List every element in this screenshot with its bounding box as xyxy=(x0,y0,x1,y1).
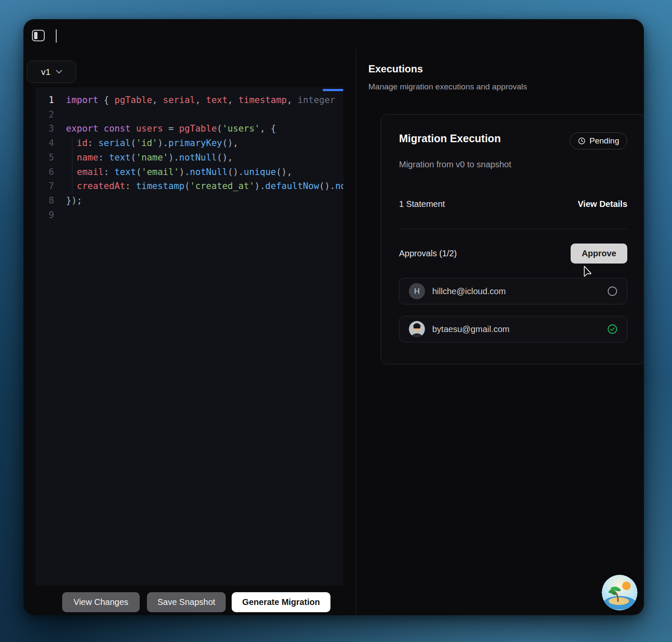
code-text: export const users = pgTable('users', { xyxy=(66,122,276,136)
approve-button[interactable]: Approve xyxy=(571,244,627,264)
app-window: v1 1import { pgTable, serial, text, time… xyxy=(23,19,644,615)
avatar-initial: H xyxy=(409,283,425,299)
approvals-label: Approvals (1/2) xyxy=(399,249,457,258)
code-lines: 1import { pgTable, serial, text, timesta… xyxy=(35,93,343,222)
avatar-photo xyxy=(409,321,425,337)
code-text: email: text('email').notNull().unique(), xyxy=(66,165,292,180)
code-line[interactable]: 4 id: serial('id').primaryKey(), xyxy=(35,136,343,151)
migration-execution-card: Migration Execution Pending Migration fr… xyxy=(381,114,644,364)
code-text: import { pgTable, serial, text, timestam… xyxy=(66,93,335,108)
code-text: createdAt: timestamp('created_at').defau… xyxy=(66,179,343,194)
approver-email: hillche@icloud.com xyxy=(432,287,600,296)
view-details-link[interactable]: View Details xyxy=(578,199,627,209)
clock-icon xyxy=(578,137,586,145)
chevron-down-icon xyxy=(56,70,62,74)
code-line[interactable]: 5 name: text('name').notNull(), xyxy=(35,151,343,165)
code-editor[interactable]: 1import { pgTable, serial, text, timesta… xyxy=(35,87,343,585)
code-text: id: serial('id').primaryKey(), xyxy=(66,136,238,151)
code-line[interactable]: 3export const users = pgTable('users', { xyxy=(35,122,343,136)
line-number: 8 xyxy=(35,194,54,208)
app-logo-icon[interactable] xyxy=(602,575,638,610)
line-number: 1 xyxy=(35,93,54,108)
line-number: 4 xyxy=(35,136,54,151)
line-number: 3 xyxy=(35,122,54,136)
badge-label: Pending xyxy=(589,136,619,146)
code-line[interactable]: 2 xyxy=(35,108,343,122)
approver-row[interactable]: bytaesu@gmail.com xyxy=(399,316,627,342)
version-dropdown[interactable]: v1 xyxy=(27,60,76,83)
approver-email: bytaesu@gmail.com xyxy=(432,324,600,334)
code-text: name: text('name').notNull(), xyxy=(66,151,233,165)
statement-count: 1 Statement xyxy=(399,199,445,209)
card-description: Migration from v0 to snapshot xyxy=(399,160,627,169)
card-title: Migration Execution xyxy=(399,132,501,145)
panel-title: Executions xyxy=(368,63,644,75)
pending-badge: Pending xyxy=(570,132,627,149)
code-line[interactable]: 9 xyxy=(35,208,343,223)
line-number: 6 xyxy=(35,165,54,180)
executions-panel: Executions Manage migration executions a… xyxy=(356,19,644,615)
sidebar-toggle-icon[interactable] xyxy=(32,30,45,41)
text-cursor xyxy=(56,29,57,43)
approver-row[interactable]: Hhillche@icloud.com xyxy=(399,278,627,304)
line-number: 9 xyxy=(35,208,54,223)
code-line[interactable]: 8}); xyxy=(35,194,343,208)
line-number: 5 xyxy=(35,151,54,165)
line-number: 2 xyxy=(35,108,54,122)
approver-list: Hhillche@icloud.com bytaesu@gmail.com xyxy=(399,278,627,342)
card-divider xyxy=(399,229,627,229)
pending-radio-icon[interactable] xyxy=(607,286,617,296)
code-line[interactable]: 1import { pgTable, serial, text, timesta… xyxy=(35,93,343,108)
code-text: }); xyxy=(66,194,82,208)
generate-migration-button[interactable]: Generate Migration xyxy=(232,592,330,612)
indent-guide xyxy=(72,138,72,193)
save-snapshot-button[interactable]: Save Snapshot xyxy=(147,592,226,612)
panel-subtitle: Manage migration executions and approval… xyxy=(368,82,644,92)
code-line[interactable]: 6 email: text('email').notNull().unique(… xyxy=(35,165,343,180)
code-line[interactable]: 7 createdAt: timestamp('created_at').def… xyxy=(35,179,343,194)
approved-check-icon[interactable] xyxy=(607,324,617,334)
view-changes-button[interactable]: View Changes xyxy=(62,592,140,612)
scroll-indicator[interactable] xyxy=(323,89,343,91)
line-number: 7 xyxy=(35,179,54,194)
version-label: v1 xyxy=(41,67,50,77)
